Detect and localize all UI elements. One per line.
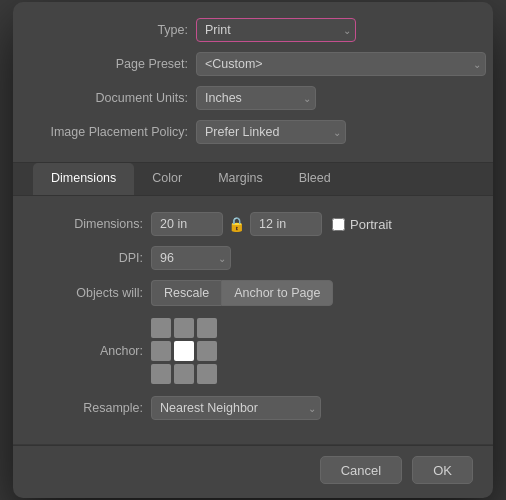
anchor-cell-bl[interactable] — [151, 364, 171, 384]
document-units-row: Document Units: Inches Pixels Centimeter… — [33, 86, 473, 110]
anchor-to-page-button[interactable]: Anchor to Page — [221, 280, 333, 306]
document-units-select[interactable]: Inches Pixels Centimeters Millimeters Po… — [196, 86, 316, 110]
lock-icon-wrapper: 🔒 — [228, 216, 245, 232]
dimensions-label: Dimensions: — [33, 217, 143, 231]
type-select-wrapper: Print Web Mobile ⌄ — [196, 18, 356, 42]
page-preset-select-wrapper: <Custom> ⌄ — [196, 52, 486, 76]
page-preset-row: Page Preset: <Custom> ⌄ ☰ — [33, 52, 473, 76]
anchor-cell-br[interactable] — [197, 364, 217, 384]
anchor-cell-bc[interactable] — [174, 364, 194, 384]
type-label: Type: — [33, 23, 188, 37]
dpi-select-wrapper: 96 72 150 300 ⌄ — [151, 246, 231, 270]
dialog-footer: Cancel OK — [13, 445, 493, 498]
dpi-select[interactable]: 96 72 150 300 — [151, 246, 231, 270]
image-placement-label: Image Placement Policy: — [33, 125, 188, 139]
portrait-label: Portrait — [350, 217, 392, 232]
anchor-cell-mc[interactable] — [174, 341, 194, 361]
anchor-cell-ml[interactable] — [151, 341, 171, 361]
page-preset-label: Page Preset: — [33, 57, 188, 71]
tab-margins[interactable]: Margins — [200, 163, 280, 195]
ok-button[interactable]: OK — [412, 456, 473, 484]
anchor-cell-tl[interactable] — [151, 318, 171, 338]
dialog: Type: Print Web Mobile ⌄ Page Preset: <C… — [13, 2, 493, 498]
tabs-bar: Dimensions Color Margins Bleed — [13, 162, 493, 196]
objects-will-label: Objects will: — [33, 286, 143, 300]
list-icon[interactable]: ☰ — [492, 56, 493, 72]
lock-icon[interactable]: 🔒 — [228, 216, 245, 232]
image-placement-row: Image Placement Policy: Prefer Linked Pr… — [33, 120, 473, 144]
anchor-cell-tc[interactable] — [174, 318, 194, 338]
type-select[interactable]: Print Web Mobile — [196, 18, 356, 42]
resample-row: Resample: Nearest Neighbor Bilinear Bicu… — [33, 396, 473, 420]
portrait-row: Portrait — [332, 217, 392, 232]
tab-dimensions[interactable]: Dimensions — [33, 163, 134, 195]
anchor-cell-mr[interactable] — [197, 341, 217, 361]
height-input[interactable] — [250, 212, 322, 236]
tab-bleed[interactable]: Bleed — [281, 163, 349, 195]
objects-will-row: Objects will: Rescale Anchor to Page — [33, 280, 473, 306]
tab-color[interactable]: Color — [134, 163, 200, 195]
anchor-row: Anchor: — [33, 318, 473, 384]
width-input[interactable] — [151, 212, 223, 236]
anchor-cell-tr[interactable] — [197, 318, 217, 338]
resample-select[interactable]: Nearest Neighbor Bilinear Bicubic — [151, 396, 321, 420]
image-placement-select[interactable]: Prefer Linked Prefer Embedded Force Link… — [196, 120, 346, 144]
form-section: Type: Print Web Mobile ⌄ Page Preset: <C… — [13, 2, 493, 162]
document-units-label: Document Units: — [33, 91, 188, 105]
tab-content-dimensions: Dimensions: 🔒 Portrait DPI: 96 72 150 30… — [13, 196, 493, 444]
type-row: Type: Print Web Mobile ⌄ — [33, 18, 473, 42]
anchor-grid — [151, 318, 217, 384]
dpi-row: DPI: 96 72 150 300 ⌄ — [33, 246, 473, 270]
resample-select-wrapper: Nearest Neighbor Bilinear Bicubic ⌄ — [151, 396, 321, 420]
image-placement-select-wrapper: Prefer Linked Prefer Embedded Force Link… — [196, 120, 346, 144]
objects-will-btn-group: Rescale Anchor to Page — [151, 280, 333, 306]
resample-label: Resample: — [33, 401, 143, 415]
page-preset-select[interactable]: <Custom> — [196, 52, 486, 76]
portrait-checkbox[interactable] — [332, 218, 345, 231]
dimensions-row: Dimensions: 🔒 Portrait — [33, 212, 473, 236]
cancel-button[interactable]: Cancel — [320, 456, 402, 484]
anchor-label: Anchor: — [33, 344, 143, 358]
document-units-select-wrapper: Inches Pixels Centimeters Millimeters Po… — [196, 86, 316, 110]
dpi-label: DPI: — [33, 251, 143, 265]
rescale-button[interactable]: Rescale — [151, 280, 221, 306]
